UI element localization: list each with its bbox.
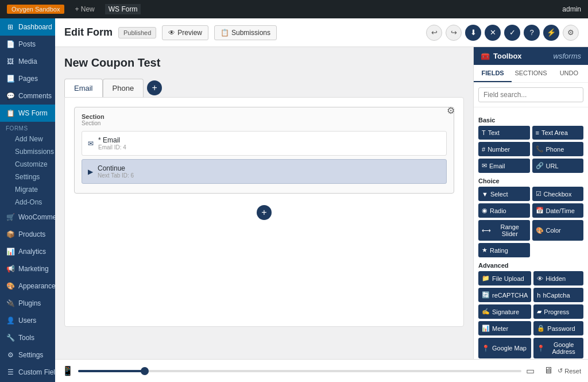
zoom-handle[interactable] xyxy=(141,367,149,375)
submissions-button[interactable]: 📋 Submissions xyxy=(214,25,277,40)
zoom-slider-fill xyxy=(78,370,145,372)
settings-gear-icon[interactable]: ⚙ xyxy=(563,25,579,41)
mobile-device-icon[interactable]: 📱 xyxy=(62,365,74,376)
add-row-button[interactable]: + xyxy=(257,205,272,220)
email-field-row[interactable]: ✉ * Email Email ID: 4 xyxy=(82,131,447,156)
tool-recaptcha[interactable]: 🔄 reCAPTCHA xyxy=(478,288,531,302)
sidebar-item-products[interactable]: 📦 Products xyxy=(0,226,55,243)
sidebar-sub-add-new[interactable]: Add New xyxy=(0,133,55,145)
new-link[interactable]: + New xyxy=(71,4,98,14)
submissions-icon: 📋 xyxy=(220,29,229,37)
form-title: New Coupon Test xyxy=(64,56,464,70)
action5-icon[interactable]: ⚡ xyxy=(543,25,559,41)
sandbox-badge: Oxygen Sandbox xyxy=(7,5,64,14)
sidebar-item-label: Settings xyxy=(18,351,43,359)
tab-phone[interactable]: Phone xyxy=(103,79,144,97)
reset-zoom-button[interactable]: ↺ Reset xyxy=(558,367,581,375)
sidebar-item-users[interactable]: 👤 Users xyxy=(0,312,55,329)
zoom-slider[interactable] xyxy=(78,370,521,372)
tab-fields[interactable]: FIELDS xyxy=(474,65,512,82)
toolbox-tabs: FIELDS SECTIONS UNDO xyxy=(474,65,588,83)
tab-undo[interactable]: UNDO xyxy=(550,65,588,82)
sidebar-sub-migrate[interactable]: Migrate xyxy=(0,183,55,196)
ws-form-tab[interactable]: WS Form xyxy=(105,4,141,14)
sidebar-item-wsform[interactable]: 📋 WS Form xyxy=(0,105,55,122)
products-icon: 📦 xyxy=(6,230,15,238)
tool-hidden[interactable]: 👁 Hidden xyxy=(533,271,583,285)
add-tab-button[interactable]: + xyxy=(147,80,162,95)
sidebar-sub-addons[interactable]: Add-Ons xyxy=(0,196,55,209)
toolbox-title: 🧰 Toolbox xyxy=(481,52,522,60)
sidebar-item-label: WooCommerce xyxy=(18,213,55,221)
sidebar-item-woocommerce[interactable]: 🛒 WooCommerce xyxy=(0,209,55,226)
tool-url[interactable]: 🔗 URL xyxy=(532,159,584,173)
action1-icon[interactable]: ⬇ xyxy=(465,25,481,41)
action4-icon[interactable]: ? xyxy=(524,25,540,41)
sidebar-item-label: Pages xyxy=(18,75,38,83)
tool-email[interactable]: ✉ Email xyxy=(478,159,530,173)
action3-icon[interactable]: ✓ xyxy=(504,25,520,41)
tool-signature[interactable]: ✍ Signature xyxy=(478,304,531,319)
tool-google-map[interactable]: 📍 Google Map xyxy=(478,338,531,358)
sidebar-item-plugins[interactable]: 🔌 Plugins xyxy=(0,295,55,312)
sidebar-item-label: WS Form xyxy=(18,109,48,117)
tab-email[interactable]: Email xyxy=(64,79,103,97)
tool-textarea[interactable]: ≡ Text Area xyxy=(532,126,584,140)
redo-icon[interactable]: ↪ xyxy=(446,25,462,41)
tool-radio[interactable]: ◉ Radio xyxy=(478,203,530,218)
tool-range-slider[interactable]: ⟷ Range Slider xyxy=(478,220,530,241)
undo-icon[interactable]: ↩ xyxy=(426,25,442,41)
continue-field-id: Next Tab ID: 6 xyxy=(98,172,134,179)
tool-hcaptcha[interactable]: h hCaptcha xyxy=(533,288,583,302)
sidebar-item-appearance[interactable]: 🎨 Appearance xyxy=(0,277,55,295)
sidebar-item-dashboard[interactable]: ⊞ Dashboard xyxy=(0,18,55,36)
admin-user: admin xyxy=(562,5,581,13)
forms-section-label: Forms xyxy=(0,122,55,133)
tool-google-address[interactable]: 📍 Google Address xyxy=(533,338,583,358)
tool-color[interactable]: 🎨 Color xyxy=(532,220,584,241)
appearance-icon: 🎨 xyxy=(6,282,15,290)
sidebar-item-posts[interactable]: 📄 Posts xyxy=(0,36,55,53)
sidebar-item-label: Posts xyxy=(18,40,36,48)
canvas-settings-icon[interactable]: ⚙ xyxy=(444,103,458,117)
sidebar-item-media[interactable]: 🖼 Media xyxy=(0,53,55,70)
preview-button[interactable]: 👁 Preview xyxy=(162,25,208,40)
sidebar-item-settings[interactable]: ⚙ Settings xyxy=(0,346,55,364)
tool-progress[interactable]: ▰ Progress xyxy=(533,304,583,319)
tool-file-upload[interactable]: 📁 File Upload xyxy=(478,271,531,285)
header-icons: ↩ ↪ ⬇ ✕ ✓ ? ⚡ ⚙ xyxy=(426,25,579,41)
tool-password[interactable]: 🔒 Password xyxy=(533,321,583,335)
sidebar-sub-customize[interactable]: Customize xyxy=(0,158,55,171)
tool-meter[interactable]: 📊 Meter xyxy=(478,321,531,335)
sidebar-sub-settings[interactable]: Settings xyxy=(0,171,55,183)
tool-checkbox[interactable]: ☑ Checkbox xyxy=(532,187,584,201)
sidebar-item-label: Analytics xyxy=(18,248,46,256)
form-area: New Coupon Test Email Phone + ⚙ xyxy=(55,47,473,359)
continue-field-row[interactable]: ▶ Continue Next Tab ID: 6 xyxy=(82,159,447,184)
desktop-device-icon[interactable]: 🖥 xyxy=(544,365,553,376)
tool-text[interactable]: T Text xyxy=(478,126,530,140)
tool-datetime[interactable]: 📅 Date/Time xyxy=(532,203,584,218)
header-bar: Edit Form Published 👁 Preview 📋 Submissi… xyxy=(55,18,588,47)
woocommerce-icon: 🛒 xyxy=(6,213,15,221)
tab-sections[interactable]: SECTIONS xyxy=(512,65,550,82)
reset-zoom-icon: ↺ xyxy=(558,367,563,375)
sidebar-item-analytics[interactable]: 📊 Analytics xyxy=(0,243,55,260)
field-search-input[interactable] xyxy=(478,87,583,102)
wsform-icon: 📋 xyxy=(6,109,15,117)
sidebar-item-tools[interactable]: 🔧 Tools xyxy=(0,329,55,346)
analytics-icon: 📊 xyxy=(6,248,15,256)
sidebar-item-pages[interactable]: 📃 Pages xyxy=(0,70,55,87)
sidebar-item-custom-fields[interactable]: ☰ Custom Fields xyxy=(0,364,55,381)
sidebar-sub-submissions[interactable]: Submissions xyxy=(0,145,55,158)
basic-section-label: Basic xyxy=(478,117,583,124)
sidebar-item-marketing[interactable]: 📢 Marketing xyxy=(0,260,55,277)
tool-phone[interactable]: 📞 Phone xyxy=(532,142,584,156)
tablet-device-icon[interactable]: ▭ xyxy=(526,365,535,376)
tool-rating[interactable]: ★ Rating xyxy=(478,243,530,257)
sidebar-item-comments[interactable]: 💬 Comments xyxy=(0,87,55,105)
tool-number[interactable]: # Number xyxy=(478,142,530,156)
action2-icon[interactable]: ✕ xyxy=(485,25,501,41)
tool-select[interactable]: ▼ Select xyxy=(478,187,530,201)
admin-bar: Oxygen Sandbox + New WS Form admin xyxy=(0,0,588,18)
